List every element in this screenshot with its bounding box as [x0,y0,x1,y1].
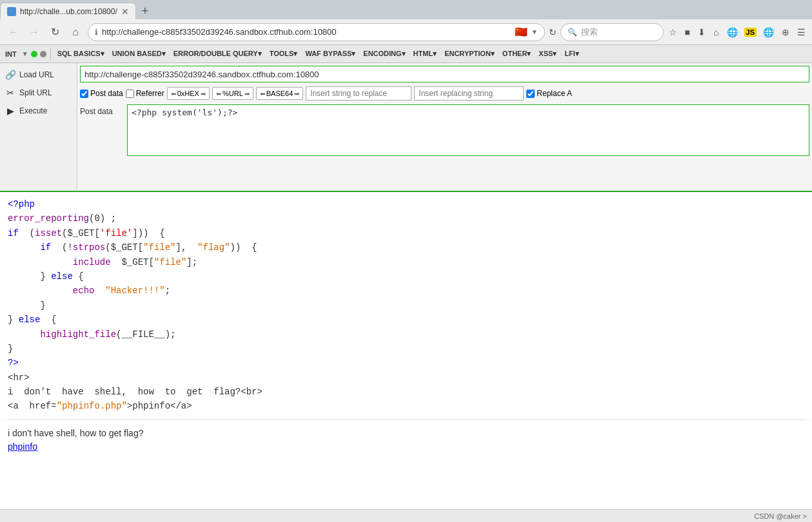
post-data-checkbox[interactable] [80,90,88,98]
forward-button[interactable]: → [26,24,43,41]
new-tab-button[interactable]: + [136,3,154,19]
phpinfo-link[interactable]: phpinfo [8,441,37,452]
tab-bar: http://challe...ub.com:10800/ ✕ + [0,0,812,19]
code-line-12: ?> [8,356,804,370]
insert-string-input[interactable] [306,86,411,101]
replace-all-checkbox-label[interactable]: Replace A [526,89,572,98]
load-url-icon: 🔗 [5,70,15,80]
lfi-menu[interactable]: LFI▾ [562,48,582,59]
home-icon2[interactable]: ⌂ [712,26,720,39]
code-line-14: i don't have shell, how to get flag?<br> [8,385,804,399]
translate-icon[interactable]: ⊕ [780,26,791,39]
hack-toolbar: INT ▼ SQL BASICS▾ UNION BASED▾ ERROR/DOU… [0,45,812,63]
encryption-menu[interactable]: ENCRYPTION▾ [442,48,497,59]
tools-menu[interactable]: TOOLS▾ [267,48,301,59]
load-url-button[interactable]: 🔗 Load URL [0,66,77,84]
search-placeholder: 搜索 [581,26,598,38]
tab-favicon [7,7,16,16]
code-line-13: <hr> [8,371,804,385]
load-url-label: Load URL [19,70,54,79]
split-url-label: Split URL [19,88,52,97]
code-line-3: if (isset($_GET['file'])) { [8,226,804,240]
html-menu[interactable]: HTML▾ [411,48,440,59]
sql-basics-menu[interactable]: SQL BASICS▾ [55,48,107,59]
hex-label: 0xHEX [177,90,199,97]
reload-button[interactable]: ↻ [46,24,63,41]
content-area: <?php error_reporting(0) ; if (isset($_G… [0,192,812,509]
shield-icon[interactable]: ■ [684,26,691,39]
execute-label: Execute [19,106,47,115]
xss-menu[interactable]: XSS▾ [536,48,559,59]
execute-button[interactable]: ▶ Execute [0,102,77,120]
url-arrow-right: ➡ [244,90,250,97]
address-bar: ← → ↻ ⌂ ℹ http://challenge-c885f33502d39… [0,19,812,45]
hack-panel: 🔗 Load URL ✂ Split URL ▶ Execute [0,63,812,192]
replace-all-checkbox[interactable] [526,90,535,98]
url-arrow-left: ⬅ [216,90,221,97]
menu-icon[interactable]: ☰ [796,26,807,39]
status-bar: CSDN @caker > [0,509,812,522]
base64-label: BASE64 [266,90,293,97]
int-menu[interactable]: INT [3,49,19,59]
post-data-checkbox-label[interactable]: Post data [80,89,123,98]
referrer-checkbox[interactable] [126,90,134,98]
insert-replacing-input[interactable] [414,86,524,101]
url-section [77,63,812,85]
green-dot-icon [31,51,37,57]
code-line-15: <a href="phpinfo.php">phpinfo</a> [8,399,804,413]
code-line-1: <?php [8,197,804,211]
home-button[interactable]: ⌂ [67,24,84,41]
hex-arrow-left: ⬅ [171,90,176,97]
tab-close-button[interactable]: ✕ [121,6,129,17]
url-bar[interactable]: ℹ http://challenge-c885f33502d39246.sand… [88,23,545,41]
referrer-option-label: Referrer [136,89,164,98]
flag-icon: 🇨🇳 [515,26,528,38]
split-url-button[interactable]: ✂ Split URL [0,84,77,102]
referrer-checkbox-label[interactable]: Referrer [126,89,164,98]
post-data-textarea[interactable]: <?php system('ls');?> [127,104,809,156]
code-line-10: highlight_file(__FILE__); [8,327,804,342]
back-button[interactable]: ← [5,24,22,41]
url-encode-label: %URL [223,90,243,97]
post-data-option-label: Post data [90,89,123,98]
code-line-4: if (!strpos($_GET["file"], "flag")) { [8,240,804,255]
other-menu[interactable]: OTHER▾ [500,48,534,59]
extension-icon[interactable]: 🌐 [762,26,775,39]
code-line-2: error_reporting(0) ; [8,211,804,226]
options-row: Post data Referrer ⬅ 0xHEX ➡ ⬅ %URL ➡ [77,85,812,102]
status-text: CSDN @caker > [754,512,807,520]
post-data-section: Post data <?php system('ls');?> [77,102,812,159]
code-display: <?php error_reporting(0) ; if (isset($_G… [0,192,812,419]
hex-encode-button[interactable]: ⬅ 0xHEX ➡ [167,87,210,100]
base64-encode-button[interactable]: ⬅ BASE64 ➡ [256,87,304,100]
union-based-menu[interactable]: UNION BASED▾ [110,48,168,59]
encoding-menu[interactable]: ENCODING▾ [361,48,408,59]
search-icon: 🔍 [568,28,577,37]
js-badge: JS [744,28,757,37]
waf-bypass-menu[interactable]: WAF BYPASS▾ [302,48,358,59]
url-dropdown-icon[interactable]: ▼ [531,28,538,35]
replace-all-label: Replace A [537,89,572,98]
search-bar[interactable]: 🔍 搜索 [560,23,664,41]
split-url-icon: ✂ [5,88,15,98]
rendered-text: i don't have shell, how to get flag? [8,425,804,441]
lock-icon: ℹ [95,28,98,37]
int-dropdown[interactable]: ▼ [22,50,28,57]
download-icon[interactable]: ⬇ [697,26,707,39]
gray-dot-icon [40,51,46,57]
base64-arrow-left: ⬅ [260,90,265,97]
globe-icon[interactable]: 🌐 [726,26,739,39]
code-line-11: } [8,342,804,356]
rendered-area: i don't have shell, how to get flag? php… [0,420,812,457]
base64-arrow-right: ➡ [294,90,299,97]
star-icon[interactable]: ☆ [668,26,678,39]
url-input[interactable] [80,66,809,82]
hack-sidebar: 🔗 Load URL ✂ Split URL ▶ Execute [0,63,77,191]
code-line-6: } else { [8,269,804,284]
hack-main: Post data Referrer ⬅ 0xHEX ➡ ⬅ %URL ➡ [77,63,812,191]
reload-icon[interactable]: ↻ [549,27,557,37]
url-encode-button[interactable]: ⬅ %URL ➡ [212,87,253,100]
error-double-query-menu[interactable]: ERROR/DOUBLE QUERY▾ [171,48,264,59]
active-tab[interactable]: http://challe...ub.com:10800/ ✕ [0,3,136,19]
toolbar-separator [50,48,51,60]
